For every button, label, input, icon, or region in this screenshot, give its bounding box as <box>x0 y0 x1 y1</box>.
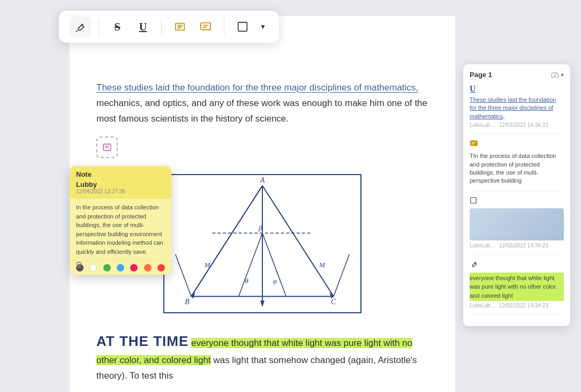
svg-rect-5 <box>201 23 210 30</box>
toolbar: S U ▼ <box>59 11 279 43</box>
color-dot-orange[interactable] <box>144 264 152 272</box>
page-count-chevron: ▾ <box>561 71 564 79</box>
shape-ann-icon <box>470 197 564 206</box>
svg-rect-33 <box>470 141 477 146</box>
svg-text:θ: θ <box>245 277 248 285</box>
annotation-comment: TIn the process of data collection and p… <box>470 139 564 191</box>
annotation-shape-meta: LubvLub... 12/02/2022 14:34:23 <box>470 243 564 248</box>
color-dot-green[interactable] <box>103 264 111 272</box>
annotation-shape: LubvLub... 12/02/2022 14:34:23 <box>470 197 564 254</box>
at-the-time-paragraph: AT THE TIME everyone thought that white … <box>96 329 428 384</box>
annotation-highlight-meta: LubvLub... 12/02/2022 14:34:23 <box>470 303 564 308</box>
svg-marker-16 <box>260 300 265 307</box>
at-the-time-heading: AT THE TIME <box>96 333 188 349</box>
annotation-underline-text: These studies laid the foundation for th… <box>470 96 564 120</box>
inline-note-icon[interactable] <box>96 137 118 158</box>
svg-line-22 <box>262 233 286 296</box>
underline-button[interactable]: U <box>132 16 154 37</box>
annotation-highlight: everyone thought that white light was pu… <box>470 260 564 315</box>
page-label: Page 1 <box>470 71 492 79</box>
highlight-ann-icon <box>470 260 564 270</box>
svg-text:M: M <box>204 261 211 269</box>
color-dot-white[interactable] <box>89 264 97 272</box>
divider-1 <box>99 18 99 35</box>
svg-line-21 <box>239 233 262 296</box>
annotation-underline: U These studies laid the foundation for … <box>470 84 564 134</box>
svg-rect-8 <box>238 22 247 32</box>
underlined-text: These studies laid the foundation for th… <box>96 82 418 93</box>
paragraph-rest: mechanics, and optics, and any of these … <box>96 98 427 124</box>
divider-3 <box>224 18 224 35</box>
svg-line-18 <box>176 254 192 296</box>
color-dot-red[interactable] <box>157 264 165 272</box>
color-dot-pink[interactable] <box>130 264 138 272</box>
svg-text:β: β <box>258 224 262 232</box>
shape-button[interactable] <box>232 16 253 37</box>
note-popup: Note Lubby 12/04/2022 12:27:36 In the pr… <box>70 166 171 275</box>
svg-text:M: M <box>319 261 326 269</box>
shape-dropdown-button[interactable]: ▼ <box>258 16 268 37</box>
note-footer <box>70 260 171 275</box>
svg-text:C: C <box>331 298 336 306</box>
color-dot-blue[interactable] <box>117 264 124 272</box>
annotation-image <box>470 208 564 240</box>
annotation-comment-text: TIn the process of data collection and p… <box>470 152 564 185</box>
note-body: In the process of data collection and pr… <box>70 199 171 260</box>
comment-ann-icon <box>470 139 564 150</box>
right-panel-header: Page 1 (2) ▾ <box>470 71 564 79</box>
svg-rect-36 <box>471 197 477 203</box>
underline-ann-icon: U <box>470 84 564 94</box>
annotation-underline-meta: LubvLub... 12/02/2022 14:34:23 <box>470 122 564 128</box>
at-the-time-section: AT THE TIME everyone thought that white … <box>96 329 428 384</box>
note-title: Note <box>76 170 92 178</box>
note-popup-header: Note <box>70 166 171 180</box>
annotation-highlight-text: everyone thought that white light was pu… <box>470 273 564 301</box>
svg-line-20 <box>191 185 262 296</box>
svg-text:A: A <box>260 176 265 184</box>
page-count[interactable]: (2) ▾ <box>551 71 564 79</box>
svg-text:φ: φ <box>273 277 277 285</box>
right-panel: Page 1 (2) ▾ U These studies laid the fo… <box>463 64 570 326</box>
strikethrough-button[interactable]: S <box>107 16 128 37</box>
note-author: Lubby <box>76 180 165 189</box>
comment-button[interactable] <box>195 16 216 37</box>
svg-text:B: B <box>185 298 190 306</box>
pencil-button[interactable] <box>70 16 91 37</box>
main-paragraph: These studies laid the foundation for th… <box>96 80 428 127</box>
textbox-button[interactable] <box>169 16 191 37</box>
svg-line-19 <box>334 254 350 296</box>
paragraph-section: These studies laid the foundation for th… <box>96 80 428 158</box>
note-date: 12/04/2022 12:27:36 <box>76 189 165 194</box>
divider-2 <box>161 18 162 35</box>
delete-note-icon[interactable] <box>75 261 82 270</box>
